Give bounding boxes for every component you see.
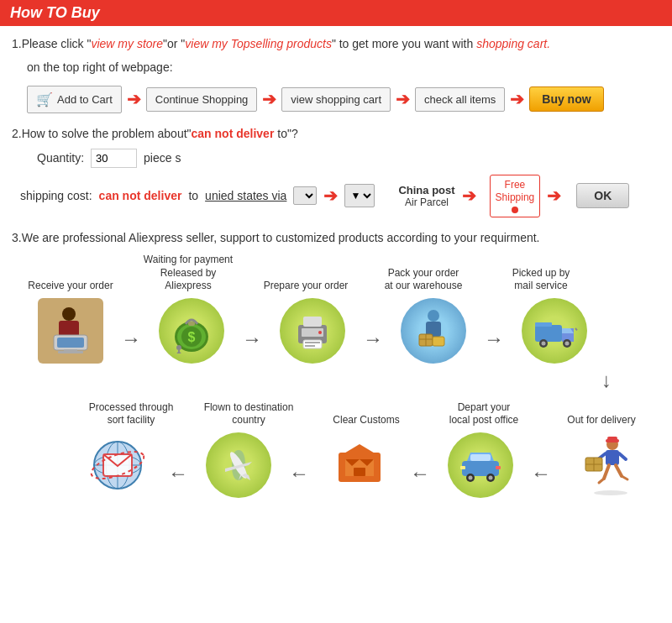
svg-point-52 — [469, 476, 473, 480]
quantity-label: Quantity: — [37, 151, 84, 165]
svg-rect-37 — [607, 437, 617, 440]
ok-arrow: ➔ — [547, 186, 561, 206]
arrow-r2-4: → — [168, 463, 188, 484]
svg-marker-60 — [343, 444, 376, 454]
arrow3: ➔ — [396, 89, 410, 109]
shipping-label2: Shipping — [496, 191, 535, 205]
svg-line-42 — [616, 465, 622, 476]
free-label: Free — [505, 179, 526, 192]
step-outdelivery-label: Out for delivery — [551, 395, 652, 427]
step-pickup — [504, 296, 605, 365]
step-depart — [430, 431, 531, 500]
row2-icons: → — [20, 431, 652, 500]
svg-line-41 — [604, 465, 609, 479]
svg-point-32 — [564, 341, 569, 345]
arrow-r2-1: → — [531, 463, 551, 484]
view-cart-label: view shopping cart — [291, 93, 381, 106]
free-shipping-arrow: ➔ — [462, 186, 476, 206]
svg-line-14 — [179, 352, 181, 353]
step1-subtext: on the top right of webpage: — [12, 58, 660, 76]
car-icon — [448, 432, 513, 498]
svg-point-0 — [62, 307, 76, 321]
customs-icon — [327, 432, 392, 498]
country-link[interactable]: unied states via — [205, 189, 286, 202]
svg-rect-56 — [496, 466, 501, 469]
arrow-r2-2: → — [410, 463, 430, 484]
step2-section: 2.How to solve the problem about"can not… — [12, 127, 660, 217]
view-cart-button[interactable]: view shopping cart — [281, 87, 391, 112]
country-dropdown[interactable]: ▼ — [293, 186, 317, 205]
svg-rect-50 — [470, 454, 491, 461]
ok-button[interactable]: OK — [576, 183, 629, 208]
svg-rect-59 — [354, 468, 365, 476]
svg-line-34 — [575, 328, 578, 333]
view-store-link[interactable]: view my store — [91, 37, 163, 50]
header-title: How TO Buy — [10, 4, 100, 21]
shipping-arrow: ➔ — [323, 186, 338, 206]
process-diagram: Receive your order Waiting for paymentRe… — [12, 261, 660, 500]
svg-rect-17 — [303, 317, 322, 327]
arrow2: ➔ — [262, 89, 276, 109]
arrow-r1-2: → — [242, 329, 262, 349]
quantity-input[interactable] — [91, 149, 137, 168]
china-post-line1: China post — [398, 184, 454, 196]
svg-rect-33 — [535, 322, 552, 327]
svg-line-43 — [599, 479, 604, 483]
svg-rect-3 — [57, 338, 84, 348]
shipping-method-dropdown[interactable]: ▼ — [344, 184, 375, 207]
buy-now-button[interactable]: Buy now — [529, 86, 603, 112]
step-pack-label: Pack your orderat our warehouse — [373, 261, 474, 293]
step-receive — [20, 296, 121, 365]
check-items-label: check all items — [424, 93, 496, 106]
step-pickup-label: Picked up bymail service — [491, 261, 591, 293]
svg-point-30 — [541, 341, 545, 345]
view-topselling-link[interactable]: view my Topselling products — [185, 37, 332, 50]
worker-icon — [401, 298, 466, 364]
svg-point-54 — [489, 476, 493, 480]
svg-rect-28 — [535, 325, 562, 342]
to-label: to — [188, 189, 198, 202]
arrow-r2-3: → — [289, 463, 309, 484]
step1-text: 1.Please click "view my store"or "view m… — [12, 34, 660, 53]
buy-now-label: Buy now — [542, 92, 591, 106]
piece-label: piece s — [144, 151, 181, 165]
shopping-cart-link[interactable]: shopping cart. — [476, 37, 550, 50]
step1-section: 1.Please click "view my store"or "view m… — [12, 34, 660, 113]
free-shipping-badge: Free Shipping — [490, 175, 541, 217]
add-to-cart-button[interactable]: 🛒 Add to Cart — [27, 86, 122, 113]
step-flown-label: Flown to destinationcountry — [198, 395, 299, 427]
svg-point-48 — [594, 490, 627, 495]
row2-labels: Out for delivery Depart yourlocal post o… — [20, 395, 652, 427]
check-items-button[interactable]: check all items — [415, 87, 505, 112]
cannot-deliver-text: can not deliver — [192, 127, 275, 140]
step-customs — [309, 431, 410, 500]
svg-rect-5 — [58, 351, 83, 353]
china-post-line2: Air Parcel — [405, 196, 449, 208]
row1-icons: → $ — [20, 296, 652, 365]
cart-icon: 🛒 — [36, 92, 53, 107]
printer-icon — [280, 298, 345, 364]
china-post-info: China post Air Parcel — [398, 184, 454, 208]
svg-point-22 — [428, 310, 439, 322]
svg-rect-10 — [188, 322, 195, 326]
step-prepare — [262, 296, 363, 365]
svg-rect-18 — [303, 340, 322, 348]
step-sort — [67, 431, 168, 500]
svg-point-11 — [176, 345, 181, 350]
step-customs-label: Clear Customs — [316, 395, 417, 427]
shipping-label: shipping cost: — [20, 189, 92, 202]
truck-icon — [522, 298, 587, 364]
svg-rect-55 — [460, 466, 465, 469]
page-header: How TO Buy — [0, 0, 672, 26]
svg-rect-21 — [305, 345, 315, 347]
step-sort-label: Processed throughsort facility — [81, 395, 181, 427]
continue-shopping-button[interactable]: Continue Shopping — [146, 87, 258, 112]
svg-point-19 — [318, 331, 322, 334]
add-to-cart-label: Add to Cart — [57, 93, 113, 106]
down-arrow-container: ↓ — [20, 369, 652, 392]
cart-flow: 🛒 Add to Cart ➔ Continue Shopping ➔ view… — [27, 86, 660, 113]
down-arrow-icon: ↓ — [601, 369, 612, 392]
step-payment: $ — [141, 296, 242, 365]
svg-rect-20 — [305, 342, 320, 343]
arrow-r1-1: → — [121, 329, 141, 349]
